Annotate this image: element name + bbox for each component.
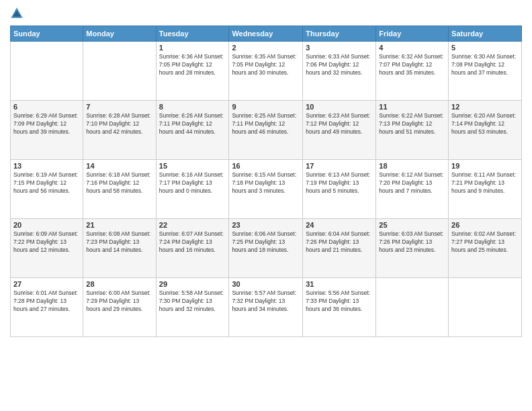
day-info: Sunrise: 6:30 AM Sunset: 7:08 PM Dayligh… xyxy=(451,53,519,77)
calendar: SundayMondayTuesdayWednesdayThursdayFrid… xyxy=(10,26,522,337)
day-cell: 14Sunrise: 6:18 AM Sunset: 7:16 PM Dayli… xyxy=(83,160,156,219)
week-row-1: 1Sunrise: 6:36 AM Sunset: 7:05 PM Daylig… xyxy=(11,42,522,101)
day-number: 15 xyxy=(159,162,226,170)
day-info: Sunrise: 6:18 AM Sunset: 7:16 PM Dayligh… xyxy=(86,171,152,195)
day-info: Sunrise: 6:07 AM Sunset: 7:24 PM Dayligh… xyxy=(159,230,226,255)
day-info: Sunrise: 6:00 AM Sunset: 7:29 PM Dayligh… xyxy=(86,289,152,314)
day-number: 11 xyxy=(379,103,445,111)
day-cell: 17Sunrise: 6:13 AM Sunset: 7:19 PM Dayli… xyxy=(303,160,376,219)
day-cell: 20Sunrise: 6:09 AM Sunset: 7:22 PM Dayli… xyxy=(11,219,83,278)
day-cell: 2Sunrise: 6:35 AM Sunset: 7:05 PM Daylig… xyxy=(229,42,303,101)
day-cell: 25Sunrise: 6:03 AM Sunset: 7:26 PM Dayli… xyxy=(376,219,449,278)
day-info: Sunrise: 6:23 AM Sunset: 7:12 PM Dayligh… xyxy=(306,112,373,136)
day-number: 2 xyxy=(232,44,300,52)
day-cell: 16Sunrise: 6:15 AM Sunset: 7:18 PM Dayli… xyxy=(229,160,303,219)
day-cell: 9Sunrise: 6:25 AM Sunset: 7:11 PM Daylig… xyxy=(229,101,303,160)
day-number: 4 xyxy=(379,44,445,52)
day-number: 7 xyxy=(86,103,152,111)
day-cell xyxy=(376,278,449,337)
day-number: 6 xyxy=(13,103,80,111)
day-number: 14 xyxy=(86,162,152,170)
day-info: Sunrise: 6:32 AM Sunset: 7:07 PM Dayligh… xyxy=(379,53,445,77)
week-row-4: 20Sunrise: 6:09 AM Sunset: 7:22 PM Dayli… xyxy=(11,219,522,278)
day-info: Sunrise: 6:13 AM Sunset: 7:19 PM Dayligh… xyxy=(306,171,373,195)
day-info: Sunrise: 6:11 AM Sunset: 7:21 PM Dayligh… xyxy=(451,171,519,195)
day-number: 16 xyxy=(232,162,300,170)
day-cell: 23Sunrise: 6:06 AM Sunset: 7:25 PM Dayli… xyxy=(229,219,303,278)
day-info: Sunrise: 6:06 AM Sunset: 7:25 PM Dayligh… xyxy=(232,230,300,255)
day-number: 18 xyxy=(379,162,445,170)
day-number: 12 xyxy=(451,103,519,111)
logo-icon xyxy=(10,7,24,20)
day-info: Sunrise: 6:25 AM Sunset: 7:11 PM Dayligh… xyxy=(232,112,300,136)
day-info: Sunrise: 5:56 AM Sunset: 7:33 PM Dayligh… xyxy=(306,289,373,314)
day-cell: 11Sunrise: 6:22 AM Sunset: 7:13 PM Dayli… xyxy=(376,101,449,160)
day-cell: 18Sunrise: 6:12 AM Sunset: 7:20 PM Dayli… xyxy=(376,160,449,219)
day-number: 19 xyxy=(451,162,519,170)
day-info: Sunrise: 6:02 AM Sunset: 7:27 PM Dayligh… xyxy=(451,230,519,255)
day-number: 22 xyxy=(159,221,226,229)
day-number: 26 xyxy=(451,221,519,229)
logo xyxy=(10,7,26,20)
day-number: 10 xyxy=(306,103,373,111)
day-cell: 27Sunrise: 6:01 AM Sunset: 7:28 PM Dayli… xyxy=(11,278,83,337)
day-cell: 26Sunrise: 6:02 AM Sunset: 7:27 PM Dayli… xyxy=(449,219,522,278)
day-cell: 28Sunrise: 6:00 AM Sunset: 7:29 PM Dayli… xyxy=(83,278,156,337)
day-info: Sunrise: 6:01 AM Sunset: 7:28 PM Dayligh… xyxy=(13,289,80,314)
day-info: Sunrise: 6:35 AM Sunset: 7:05 PM Dayligh… xyxy=(232,53,300,77)
day-info: Sunrise: 6:36 AM Sunset: 7:05 PM Dayligh… xyxy=(159,53,226,77)
header xyxy=(10,7,522,20)
day-info: Sunrise: 6:12 AM Sunset: 7:20 PM Dayligh… xyxy=(379,171,445,195)
day-cell: 22Sunrise: 6:07 AM Sunset: 7:24 PM Dayli… xyxy=(156,219,229,278)
weekday-header-wednesday: Wednesday xyxy=(229,26,303,42)
day-cell: 24Sunrise: 6:04 AM Sunset: 7:26 PM Dayli… xyxy=(303,219,376,278)
page: SundayMondayTuesdayWednesdayThursdayFrid… xyxy=(0,0,532,411)
week-row-3: 13Sunrise: 6:19 AM Sunset: 7:15 PM Dayli… xyxy=(11,160,522,219)
day-cell: 1Sunrise: 6:36 AM Sunset: 7:05 PM Daylig… xyxy=(156,42,229,101)
day-number: 21 xyxy=(86,221,152,229)
week-row-5: 27Sunrise: 6:01 AM Sunset: 7:28 PM Dayli… xyxy=(11,278,522,337)
day-cell: 31Sunrise: 5:56 AM Sunset: 7:33 PM Dayli… xyxy=(303,278,376,337)
day-number: 20 xyxy=(13,221,80,229)
day-cell: 3Sunrise: 6:33 AM Sunset: 7:06 PM Daylig… xyxy=(303,42,376,101)
day-number: 1 xyxy=(159,44,226,52)
day-info: Sunrise: 5:58 AM Sunset: 7:30 PM Dayligh… xyxy=(159,289,226,314)
day-cell: 13Sunrise: 6:19 AM Sunset: 7:15 PM Dayli… xyxy=(11,160,83,219)
day-info: Sunrise: 6:03 AM Sunset: 7:26 PM Dayligh… xyxy=(379,230,445,255)
day-number: 25 xyxy=(379,221,445,229)
day-number: 31 xyxy=(306,280,373,288)
day-number: 29 xyxy=(159,280,226,288)
day-info: Sunrise: 6:04 AM Sunset: 7:26 PM Dayligh… xyxy=(306,230,373,255)
day-info: Sunrise: 6:26 AM Sunset: 7:11 PM Dayligh… xyxy=(159,112,226,136)
day-cell: 10Sunrise: 6:23 AM Sunset: 7:12 PM Dayli… xyxy=(303,101,376,160)
weekday-header-thursday: Thursday xyxy=(303,26,376,42)
day-cell: 8Sunrise: 6:26 AM Sunset: 7:11 PM Daylig… xyxy=(156,101,229,160)
weekday-header-tuesday: Tuesday xyxy=(156,26,229,42)
day-number: 8 xyxy=(159,103,226,111)
day-cell: 7Sunrise: 6:28 AM Sunset: 7:10 PM Daylig… xyxy=(83,101,156,160)
day-cell xyxy=(83,42,156,101)
day-number: 9 xyxy=(232,103,300,111)
day-cell: 21Sunrise: 6:08 AM Sunset: 7:23 PM Dayli… xyxy=(83,219,156,278)
day-info: Sunrise: 6:28 AM Sunset: 7:10 PM Dayligh… xyxy=(86,112,152,136)
day-number: 23 xyxy=(232,221,300,229)
day-cell: 6Sunrise: 6:29 AM Sunset: 7:09 PM Daylig… xyxy=(11,101,83,160)
day-info: Sunrise: 6:29 AM Sunset: 7:09 PM Dayligh… xyxy=(13,112,80,136)
day-info: Sunrise: 6:16 AM Sunset: 7:17 PM Dayligh… xyxy=(159,171,226,195)
weekday-header-saturday: Saturday xyxy=(449,26,522,42)
weekday-header-sunday: Sunday xyxy=(11,26,83,42)
day-info: Sunrise: 6:09 AM Sunset: 7:22 PM Dayligh… xyxy=(13,230,80,255)
week-row-2: 6Sunrise: 6:29 AM Sunset: 7:09 PM Daylig… xyxy=(11,101,522,160)
day-number: 27 xyxy=(13,280,80,288)
day-cell xyxy=(11,42,83,101)
day-cell: 30Sunrise: 5:57 AM Sunset: 7:32 PM Dayli… xyxy=(229,278,303,337)
weekday-header-friday: Friday xyxy=(376,26,449,42)
day-cell: 29Sunrise: 5:58 AM Sunset: 7:30 PM Dayli… xyxy=(156,278,229,337)
day-info: Sunrise: 6:20 AM Sunset: 7:14 PM Dayligh… xyxy=(451,112,519,136)
day-number: 3 xyxy=(306,44,373,52)
day-cell: 15Sunrise: 6:16 AM Sunset: 7:17 PM Dayli… xyxy=(156,160,229,219)
day-info: Sunrise: 6:19 AM Sunset: 7:15 PM Dayligh… xyxy=(13,171,80,195)
day-cell: 5Sunrise: 6:30 AM Sunset: 7:08 PM Daylig… xyxy=(449,42,522,101)
weekday-header-monday: Monday xyxy=(83,26,156,42)
day-number: 17 xyxy=(306,162,373,170)
